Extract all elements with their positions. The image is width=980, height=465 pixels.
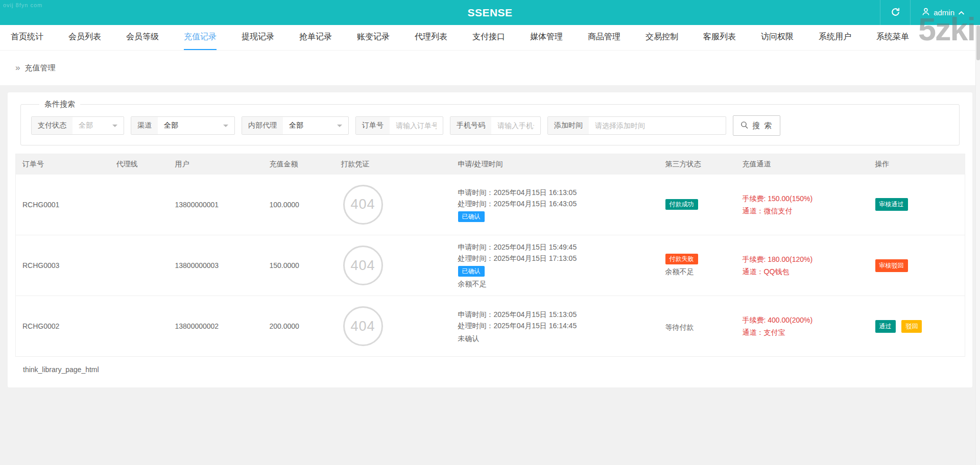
- tab-agent-list[interactable]: 代理列表: [415, 25, 447, 50]
- third-status-text: 等待付款: [665, 322, 729, 333]
- search-button[interactable]: 搜 索: [733, 115, 780, 136]
- order-no-cell: RCHG0003: [16, 235, 110, 296]
- breadcrumb: » 充值管理: [0, 51, 980, 85]
- column-header-agent-line: 代理线: [110, 154, 169, 175]
- table-row: RCHG0003 13800000003 150.0000 404 申请时间：2…: [16, 235, 965, 296]
- third-status-cell: 等待付款: [659, 296, 736, 357]
- channel-text: 通道：QQ钱包: [743, 265, 862, 278]
- agent-line-cell: [110, 175, 169, 235]
- tab-order-grab-records[interactable]: 抢单记录: [299, 25, 332, 50]
- apply-time: 申请时间：2025年04月15日 16:13:05: [458, 187, 652, 198]
- search-panel: 条件搜索 支付状态 全部 渠道 全部 内部代理 全部: [20, 100, 960, 145]
- confirm-note: 余额不足: [458, 278, 652, 289]
- breadcrumb-chevron-icon: »: [15, 63, 20, 73]
- fee-text: 手续费: 180.00(120%): [743, 253, 862, 265]
- user-cell: 13800000001: [169, 175, 263, 235]
- column-header-order-no: 订单号: [16, 154, 110, 175]
- recharge-card: 条件搜索 支付状态 全部 渠道 全部 内部代理 全部: [8, 92, 972, 387]
- pass-button[interactable]: 通过: [875, 320, 896, 333]
- time-cell: 申请时间：2025年04月15日 16:13:05 处理时间：2025年04月1…: [451, 175, 659, 235]
- confirmed-badge: 已确认: [458, 211, 485, 222]
- third-status-badge: 付款成功: [665, 199, 698, 210]
- channel-select[interactable]: 渠道 全部: [131, 116, 235, 135]
- tab-withdraw-records[interactable]: 提现记录: [242, 25, 274, 50]
- column-header-apply-process-time: 申请/处理时间: [451, 154, 659, 175]
- tab-recharge-records[interactable]: 充值记录: [184, 25, 217, 50]
- tab-member-list[interactable]: 会员列表: [68, 25, 101, 50]
- scrollbar-thumb[interactable]: [976, 26, 980, 60]
- agent-line-cell: [110, 296, 169, 357]
- confirmed-badge: 已确认: [458, 266, 485, 277]
- voucher-cell: 404: [334, 235, 451, 296]
- actions-cell: 审核通过: [869, 175, 965, 235]
- search-icon: [740, 121, 749, 131]
- scrollbar[interactable]: [975, 25, 980, 465]
- channel-cell: 手续费: 150.00(150%) 通道：微信支付: [736, 175, 869, 235]
- phone-label: 手机号码: [450, 117, 491, 134]
- order-no-input[interactable]: [390, 117, 443, 134]
- tab-home-stats[interactable]: 首页统计: [11, 25, 43, 50]
- pay-status-value: 全部: [73, 117, 112, 134]
- fee-text: 手续费: 150.00(150%): [743, 192, 862, 205]
- third-status-cell: 付款失败 余额不足: [659, 235, 736, 296]
- big-watermark: 5zki: [918, 13, 975, 45]
- main-nav: 首页统计 会员列表 会员等级 充值记录 提现记录 抢单记录 账变记录 代理列表 …: [0, 25, 980, 51]
- breadcrumb-label: 充值管理: [25, 63, 55, 73]
- agent-line-cell: [110, 235, 169, 296]
- chevron-down-icon: [337, 125, 342, 130]
- search-button-label: 搜 索: [752, 121, 773, 131]
- voucher-cell: 404: [334, 296, 451, 357]
- order-no-cell: RCHG0001: [16, 175, 110, 235]
- table-row: RCHG0002 13800000002 200.0000 404 申请时间：2…: [16, 296, 965, 357]
- actions-cell: 通过 驳回: [869, 296, 965, 357]
- confirm-note: 未确认: [458, 333, 652, 344]
- tab-balance-change-records[interactable]: 账变记录: [357, 25, 390, 50]
- approve-button[interactable]: 审核通过: [875, 198, 908, 211]
- column-header-voucher: 打款凭证: [334, 154, 451, 175]
- refresh-icon: [891, 7, 900, 18]
- search-panel-legend: 条件搜索: [39, 100, 80, 109]
- tab-customer-service-list[interactable]: 客服列表: [703, 25, 736, 50]
- reject-button[interactable]: 审核驳回: [875, 259, 908, 272]
- voucher-404-placeholder[interactable]: 404: [343, 246, 383, 285]
- third-status-cell: 付款成功: [659, 175, 736, 235]
- actions-cell: 审核驳回: [869, 235, 965, 296]
- channel-cell: 手续费: 180.00(120%) 通道：QQ钱包: [736, 235, 869, 296]
- process-time: 处理时间：2025年04月15日 16:14:45: [458, 320, 652, 331]
- deny-button[interactable]: 驳回: [901, 320, 922, 333]
- tab-trade-control[interactable]: 交易控制: [646, 25, 678, 50]
- internal-agent-select[interactable]: 内部代理 全部: [242, 116, 349, 135]
- column-header-third-party-status: 第三方状态: [659, 154, 736, 175]
- channel-label: 渠道: [131, 117, 158, 134]
- channel-text: 通道：支付宝: [743, 326, 862, 338]
- channel-cell: 手续费: 400.00(200%) 通道：支付宝: [736, 296, 869, 357]
- add-time-input[interactable]: [589, 117, 726, 134]
- voucher-404-placeholder[interactable]: 404: [343, 306, 383, 346]
- process-time: 处理时间：2025年04月15日 17:13:05: [458, 253, 652, 264]
- add-time-field: 添加时间: [547, 116, 726, 135]
- pay-status-select[interactable]: 支付状态 全部: [31, 116, 124, 135]
- column-header-amount: 充值金额: [263, 154, 334, 175]
- internal-agent-label: 内部代理: [242, 117, 283, 134]
- tab-member-level[interactable]: 会员等级: [126, 25, 159, 50]
- voucher-cell: 404: [334, 175, 451, 235]
- table-row: RCHG0001 13800000001 100.0000 404 申请时间：2…: [16, 175, 965, 235]
- voucher-404-placeholder[interactable]: 404: [343, 185, 383, 225]
- tab-payment-api[interactable]: 支付接口: [472, 25, 505, 50]
- tab-access-permissions[interactable]: 访问权限: [761, 25, 794, 50]
- recharge-table: 订单号 代理线 用户 充值金额 打款凭证 申请/处理时间 第三方状态 充值通道 …: [15, 154, 965, 357]
- tab-media-management[interactable]: 媒体管理: [530, 25, 563, 50]
- apply-time: 申请时间：2025年04月15日 15:49:45: [458, 241, 652, 253]
- refresh-button[interactable]: [880, 0, 910, 25]
- app-header: ovij 8fyn com SSENSE admin: [0, 0, 980, 25]
- phone-field: 手机号码: [450, 116, 541, 135]
- tab-product-management[interactable]: 商品管理: [588, 25, 620, 50]
- footer-text: think_library_page_html: [23, 365, 965, 374]
- tab-system-users[interactable]: 系统用户: [819, 25, 851, 50]
- tab-system-menu[interactable]: 系统菜单: [876, 25, 909, 50]
- apply-time: 申请时间：2025年04月15日 15:13:05: [458, 309, 652, 320]
- fee-text: 手续费: 400.00(200%): [743, 314, 862, 326]
- amount-cell: 200.0000: [263, 296, 334, 357]
- phone-input[interactable]: [491, 117, 540, 134]
- channel-value: 全部: [158, 117, 223, 134]
